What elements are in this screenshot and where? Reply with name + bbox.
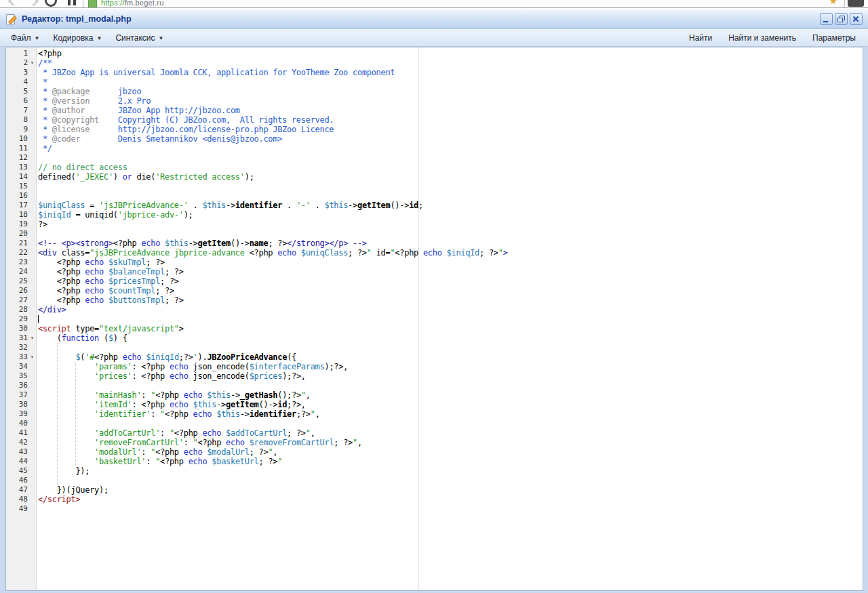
code-line[interactable]: 32	[6, 343, 863, 352]
code-line[interactable]: 8 * @copyright Copyright (C) JBZoo.com, …	[6, 115, 863, 125]
code-line[interactable]: 25 <?php echo $pricesTmpl; ?>	[6, 277, 863, 286]
address-bar[interactable]: https://fm.beget.ru ★	[83, 0, 845, 8]
code-line[interactable]: 18$iniqId = uniqid('jbprice-adv-');	[6, 210, 863, 220]
code-line[interactable]: 24 <?php echo $balanceTmpl; ?>	[6, 267, 863, 277]
code-line[interactable]: 19?>	[6, 220, 863, 229]
code-line[interactable]: 43 'modalUrl': "<?php echo $modalUrl; ?>…	[6, 447, 863, 457]
fold-arrow-icon[interactable]: ▾	[31, 333, 34, 343]
code-line[interactable]: 21<!-- <p><strong><?php echo $this->getI…	[6, 239, 863, 248]
line-number: 42	[6, 438, 36, 447]
line-number: 29	[6, 314, 36, 324]
code-line-text: * @package jbzoo	[38, 87, 141, 96]
code-line[interactable]: 22<div class="jsJBPriceAdvance jbprice-a…	[6, 248, 863, 258]
line-number: 47	[6, 485, 36, 495]
line-number: 30	[6, 324, 36, 333]
code-line[interactable]: 2▾/**	[6, 58, 863, 68]
code-line[interactable]: 4 *	[6, 77, 863, 87]
code-line[interactable]: 14defined('_JEXEC') or die('Restricted a…	[6, 172, 863, 182]
code-line-text: ?>	[38, 220, 47, 229]
bookmark-star-icon[interactable]: ★	[829, 0, 837, 5]
close-button[interactable]	[850, 13, 863, 25]
text-cursor	[38, 315, 39, 323]
minimize-icon	[823, 21, 828, 22]
line-number: 16	[6, 191, 36, 201]
fold-arrow-icon[interactable]: ▾	[31, 58, 34, 68]
code-line[interactable]: 48</script>	[6, 495, 863, 504]
line-number: 41	[6, 428, 36, 438]
code-line[interactable]: 16	[6, 191, 863, 201]
browser-menu-button[interactable]	[848, 0, 864, 7]
code-line[interactable]: 13// no direct access	[6, 163, 863, 172]
code-line-text: */	[38, 144, 52, 153]
code-line[interactable]: 49	[6, 504, 863, 514]
code-line-text: <?php echo $countTmpl; ?>	[38, 286, 174, 295]
code-line[interactable]: 42 'removeFromCartUrl': "<?php echo $rem…	[6, 438, 863, 447]
code-line[interactable]: 29	[6, 314, 863, 324]
code-line-text: 'itemId': <?php echo $this->getItem()->i…	[38, 400, 306, 409]
line-number: 23	[6, 258, 36, 267]
code-line[interactable]: 38 'itemId': <?php echo $this->getItem()…	[6, 400, 863, 409]
menu-syntax[interactable]: Синтаксис▼	[108, 31, 170, 45]
code-line[interactable]: 44 'basketUrl': "<?php echo $basketUrl; …	[6, 457, 863, 466]
code-line-text: <?php	[38, 49, 62, 58]
menu-settings[interactable]: Параметры	[804, 31, 864, 45]
code-line[interactable]: 36	[6, 381, 863, 390]
code-line[interactable]: 33▾ $('#<?php echo $iniqId;?>').JBZooPri…	[6, 352, 863, 362]
code-line[interactable]: 45 });	[6, 466, 863, 476]
code-line[interactable]: 17$uniqClass = 'jsJBPriceAdvance-' . $th…	[6, 201, 863, 210]
code-line[interactable]: 46	[6, 476, 863, 485]
code-line-text: // no direct access	[38, 163, 127, 172]
code-line[interactable]: 47 })(jQuery);	[6, 485, 863, 495]
code-line-text: 'basketUrl': "<?php echo $basketUrl; ?>"	[38, 457, 282, 466]
code-line-text: <script type="text/javascript">	[38, 324, 184, 333]
code-line[interactable]: 30<script type="text/javascript">	[6, 324, 863, 333]
code-line[interactable]: 40	[6, 419, 863, 428]
code-line-text: 'modalUrl': "<?php echo $modalUrl; ?>",	[38, 447, 277, 457]
code-line[interactable]: 41 'addToCartUrl': "<?php echo $addToCar…	[6, 428, 863, 438]
code-line-text: </script>	[38, 495, 80, 504]
code-line[interactable]: 10 * @coder Denis Smetannikov <denis@jbz…	[6, 134, 863, 144]
code-line-text: * @version 2.x Pro	[38, 96, 151, 106]
code-line[interactable]: 11 */	[6, 144, 863, 153]
forward-icon[interactable]	[28, 0, 39, 6]
code-line[interactable]: 28</div>	[6, 305, 863, 314]
code-line[interactable]: 23 <?php echo $skuTmpl; ?>	[6, 258, 863, 267]
menu-encoding[interactable]: Кодировка▼	[46, 31, 108, 45]
back-icon[interactable]	[8, 0, 19, 6]
restore-button[interactable]	[835, 13, 848, 25]
fold-arrow-icon[interactable]: ▾	[31, 352, 34, 362]
code-line[interactable]: 7 * @author JBZoo App http://jbzoo.com	[6, 106, 863, 115]
code-line[interactable]: 31▾ (function ($) {	[6, 333, 863, 343]
code-line[interactable]: 1<?php	[6, 49, 863, 58]
pause-icon[interactable]	[68, 0, 77, 5]
code-line-text: 'addToCartUrl': "<?php echo $addToCartUr…	[38, 428, 315, 438]
code-line[interactable]: 27 <?php echo $buttonsTmpl; ?>	[6, 295, 863, 305]
code-editor[interactable]: 1<?php2▾/**3 * JBZoo App is universal Jo…	[5, 47, 863, 591]
code-line[interactable]: 6 * @version 2.x Pro	[6, 96, 863, 106]
code-line[interactable]: 9 * @license http://jbzoo.com/license-pr…	[6, 125, 863, 134]
code-line[interactable]: 26 <?php echo $countTmpl; ?>	[6, 286, 863, 295]
code-line-text: *	[38, 77, 47, 87]
code-line[interactable]: 15	[6, 182, 863, 191]
code-line[interactable]: 39 'identifier': "<?php echo $this->iden…	[6, 409, 863, 419]
code-line[interactable]: 37 'mainHash': "<?php echo $this->_getHa…	[6, 390, 863, 400]
code-line[interactable]: 5 * @package jbzoo	[6, 87, 863, 96]
code-line[interactable]: 20	[6, 229, 863, 239]
code-line-text: 'identifier': "<?php echo $this->identif…	[38, 409, 320, 419]
code-line[interactable]: 35 'prices': <?php echo json_encode($pri…	[6, 371, 863, 381]
code-line-text: * @license http://jbzoo.com/license-pro.…	[38, 125, 334, 134]
line-number: 32	[6, 343, 36, 352]
menu-file[interactable]: Файл▼	[4, 31, 46, 45]
code-line[interactable]: 34 'params': <?php echo json_encode($int…	[6, 362, 863, 371]
reload-icon[interactable]	[45, 0, 57, 7]
code-line[interactable]: 12	[6, 153, 863, 163]
menu-find[interactable]: Найти	[681, 31, 720, 45]
menu-find-replace[interactable]: Найти и заменить	[720, 31, 804, 45]
line-number: 5	[6, 87, 36, 96]
code-line[interactable]: 3 * JBZoo App is universal Joomla CCK, a…	[6, 68, 863, 77]
line-number: 15	[6, 182, 36, 191]
code-line-text: * JBZoo App is universal Joomla CCK, app…	[38, 68, 395, 77]
line-number: 26	[6, 286, 36, 295]
code-line-text: 'mainHash': "<?php echo $this->_getHash(…	[38, 390, 311, 400]
minimize-button[interactable]	[820, 13, 833, 25]
